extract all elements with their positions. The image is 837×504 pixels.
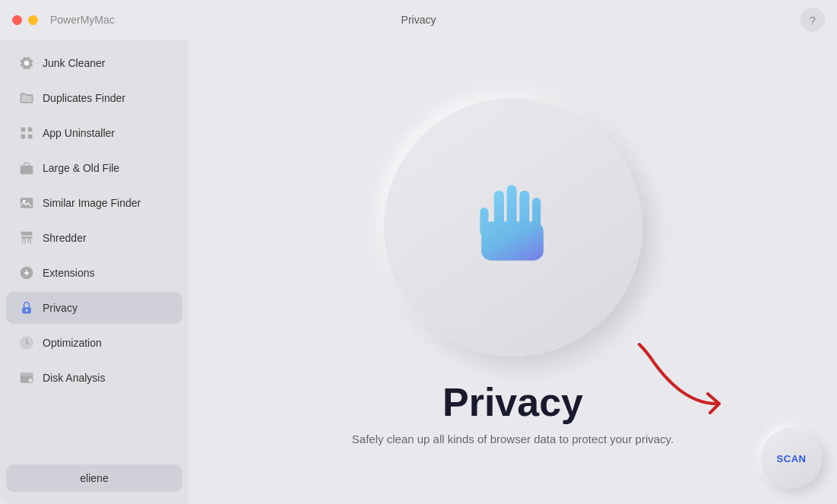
main-circle — [384, 98, 642, 357]
sidebar-item-junk-cleaner[interactable]: Junk Cleaner — [6, 47, 182, 79]
close-button[interactable] — [12, 15, 22, 25]
briefcase-icon — [18, 160, 35, 176]
user-button[interactable]: eliene — [6, 464, 182, 492]
svg-rect-16 — [21, 372, 33, 376]
sidebar-item-similar-image-finder[interactable]: Similar Image Finder — [6, 187, 182, 219]
sidebar-item-shredder[interactable]: Shredder — [6, 222, 182, 254]
scan-button[interactable]: SCAN — [761, 428, 822, 489]
sidebar-item-large-old-file[interactable]: Large & Old File — [6, 152, 182, 184]
sidebar-item-privacy[interactable]: Privacy — [6, 292, 182, 324]
sidebar: Junk Cleaner Duplicates Finder — [0, 40, 189, 504]
sidebar-item-app-uninstaller[interactable]: App Uninstaller — [6, 117, 182, 149]
svg-rect-3 — [28, 128, 33, 132]
folder-icon — [18, 90, 35, 106]
sidebar-bottom: eliene — [0, 458, 189, 498]
page-title: Privacy — [401, 14, 436, 26]
sidebar-label-shredder: Shredder — [43, 232, 87, 244]
window-controls — [12, 15, 38, 25]
title-bar: PowerMyMac Privacy ? — [0, 0, 837, 40]
sidebar-item-extensions[interactable]: Extensions — [6, 257, 182, 289]
svg-rect-5 — [28, 135, 33, 139]
photo-icon — [18, 195, 35, 211]
disk-icon — [18, 369, 35, 386]
main-layout: Junk Cleaner Duplicates Finder — [0, 40, 837, 504]
sidebar-label-disk-analysis: Disk Analysis — [43, 372, 105, 384]
svg-point-1 — [24, 61, 30, 66]
sidebar-item-optimization[interactable]: Optimization — [6, 327, 182, 359]
extensions-icon — [18, 265, 35, 281]
svg-point-13 — [26, 309, 28, 312]
sidebar-label-duplicates-finder: Duplicates Finder — [43, 92, 125, 104]
svg-rect-23 — [481, 222, 544, 261]
app-grid-icon — [18, 125, 35, 141]
svg-rect-2 — [21, 128, 26, 132]
optimization-icon — [18, 334, 35, 351]
content-title: Privacy — [442, 379, 583, 425]
sidebar-label-app-uninstaller: App Uninstaller — [43, 127, 115, 139]
sidebar-label-extensions: Extensions — [43, 267, 94, 279]
sidebar-label-privacy: Privacy — [43, 302, 78, 314]
shredder-icon — [18, 230, 35, 246]
sidebar-label-optimization: Optimization — [43, 337, 102, 349]
app-logo: PowerMyMac — [50, 14, 115, 26]
sidebar-label-junk-cleaner: Junk Cleaner — [43, 57, 106, 69]
app-window: PowerMyMac Privacy ? Junk Cleaner — [0, 0, 837, 504]
minimize-button[interactable] — [28, 15, 38, 25]
sidebar-item-duplicates-finder[interactable]: Duplicates Finder — [6, 82, 182, 114]
content-subtitle: Safely clean up all kinds of browser dat… — [352, 433, 674, 445]
sidebar-label-similar-image-finder: Similar Image Finder — [43, 197, 141, 209]
lock-icon — [18, 300, 35, 316]
svg-rect-9 — [21, 232, 33, 236]
gear-circle-icon — [18, 55, 35, 71]
sidebar-item-disk-analysis[interactable]: Disk Analysis — [6, 362, 182, 394]
help-button[interactable]: ? — [801, 8, 825, 32]
sidebar-label-large-old-file: Large & Old File — [43, 162, 119, 174]
content-area: Privacy Safely clean up all kinds of bro… — [189, 40, 837, 504]
red-arrow — [632, 337, 738, 420]
svg-rect-10 — [21, 236, 33, 239]
svg-rect-19 — [506, 185, 516, 227]
svg-rect-4 — [21, 135, 26, 139]
svg-rect-6 — [21, 166, 33, 175]
privacy-hand-icon — [464, 178, 563, 277]
